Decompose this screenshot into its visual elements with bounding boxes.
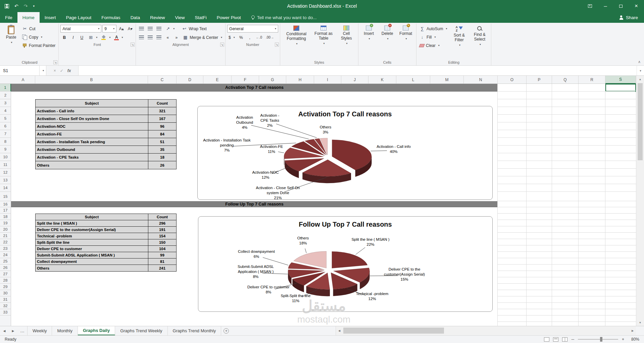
sheet-tab-monthly[interactable]: Monthly [52, 326, 78, 335]
cut-button[interactable]: ✂ Cut [21, 25, 57, 33]
row-header-31[interactable]: 31 [0, 296, 11, 303]
row-header-19[interactable]: 19 [0, 220, 11, 226]
vertical-scroll-thumb[interactable] [638, 83, 643, 160]
restore-button[interactable] [613, 0, 629, 12]
increase-font-size-button[interactable]: A▴ [117, 25, 125, 33]
fill-button[interactable]: ↓ Fill ▾ [418, 33, 448, 41]
row-header-30[interactable]: 30 [0, 290, 11, 296]
row-header-29[interactable]: 29 [0, 284, 11, 290]
column-header-p[interactable]: P [527, 76, 552, 83]
sheet-tab-graphs-trend-weekly[interactable]: Graphs Trend Weekly [115, 326, 167, 335]
clear-button[interactable]: Clear ▾ [418, 42, 448, 49]
underline-button[interactable]: U [78, 34, 86, 41]
scroll-left-icon[interactable]: ◀ [336, 329, 343, 332]
column-header-m[interactable]: M [430, 76, 464, 83]
font-dialog-launcher[interactable]: ↘ [131, 43, 135, 47]
row-header-5[interactable]: 5 [0, 115, 11, 122]
orientation-button[interactable]: ↗ ▾ [164, 25, 176, 33]
format-cells-button[interactable]: Format ▾ [397, 24, 414, 41]
number-format-combo[interactable]: General ▾ [227, 25, 278, 33]
number-dialog-launcher[interactable]: ↘ [275, 43, 279, 47]
horizontal-scroll-thumb[interactable] [343, 328, 444, 334]
scroll-down-icon[interactable]: ▼ [636, 319, 644, 326]
scroll-up-icon[interactable]: ▲ [636, 76, 644, 82]
column-header-c[interactable]: C [148, 76, 177, 83]
customize-qat-icon[interactable]: ▾ [33, 4, 35, 8]
ribbon-tab-data[interactable]: Data [126, 12, 145, 23]
paste-button[interactable]: Paste ▾ [2, 24, 20, 45]
column-header-o[interactable]: O [498, 76, 527, 83]
zoom-level[interactable]: 80% [628, 337, 639, 342]
table-cell-count[interactable]: 191 [148, 227, 176, 233]
accounting-format-button[interactable]: $ ▾ [227, 34, 236, 41]
table-cell-count[interactable]: 104 [148, 246, 176, 252]
row-header-25[interactable]: 25 [0, 258, 11, 265]
row-header-15[interactable]: 15 [0, 192, 11, 201]
row-header-7[interactable]: 7 [0, 130, 11, 138]
follow-up-pie-chart[interactable]: Follow Up Top 7 Call reasons Split the l… [198, 216, 493, 312]
column-header-a[interactable]: A [11, 76, 35, 83]
align-center-button[interactable] [146, 34, 154, 41]
sheet-tab-graphs-trend-monthly[interactable]: Graphs Trend Monthly [168, 326, 221, 335]
align-bottom-button[interactable] [155, 25, 163, 33]
table-cell-subject[interactable]: Technical -problem [36, 233, 148, 239]
save-icon[interactable] [5, 4, 9, 8]
row-header-33[interactable]: 33 [0, 309, 11, 316]
ribbon-tab-insert[interactable]: Insert [40, 12, 61, 23]
format-as-table-button[interactable]: Format as Table ▾ [312, 24, 335, 46]
table-cell-count[interactable]: 26 [148, 161, 176, 169]
font-color-button[interactable]: A ▾ [113, 34, 124, 41]
table-cell-subject[interactable]: Activation-FE [36, 130, 148, 138]
column-header-s[interactable]: S [605, 76, 636, 84]
page-break-view-icon[interactable] [562, 337, 567, 342]
sheet-tab-graphs-daily[interactable]: Graphs Daily [78, 326, 115, 335]
table-cell-subject[interactable]: Others [36, 161, 148, 169]
table-cell-count[interactable]: 51 [148, 138, 176, 146]
enter-formula-icon[interactable]: ✓ [60, 68, 63, 73]
column-header-n[interactable]: N [464, 76, 498, 83]
format-painter-button[interactable]: Format Painter [21, 42, 57, 49]
horizontal-scrollbar[interactable]: ◀ ▶ [336, 326, 636, 335]
zoom-slider-thumb[interactable] [600, 337, 602, 342]
new-sheet-button[interactable]: + [221, 326, 231, 335]
ribbon-tab-file[interactable]: File [0, 12, 17, 23]
share-button[interactable]: Share [619, 12, 644, 23]
column-header-e[interactable]: E [203, 76, 232, 83]
horizontal-scroll-track[interactable] [343, 326, 629, 335]
row-header-10[interactable]: 10 [0, 153, 11, 161]
column-header-h[interactable]: H [286, 76, 314, 83]
delete-cells-button[interactable]: Delete ▾ [379, 24, 396, 41]
wrap-text-button[interactable]: ↩ Wrap Text [180, 25, 208, 33]
column-header-l[interactable]: L [396, 76, 430, 83]
table-cell-count[interactable]: 241 [148, 265, 176, 271]
ribbon-tab-review[interactable]: Review [145, 12, 170, 23]
tell-me-box[interactable]: Tell me what you want to do... [251, 12, 317, 23]
table-cell-subject[interactable]: Deliver CPE to customer [36, 246, 148, 252]
column-header-g[interactable]: G [259, 76, 286, 83]
table-cell-count[interactable]: 321 [148, 107, 176, 115]
decrease-indent-button[interactable]: « [164, 34, 171, 41]
close-button[interactable]: × [629, 0, 644, 12]
autosum-button[interactable]: ∑ AutoSum ▾ [418, 25, 448, 33]
column-header-d[interactable]: D [177, 76, 203, 83]
align-right-button[interactable] [155, 34, 163, 41]
decrease-decimal-button[interactable]: .00→ [264, 34, 275, 41]
row-header-1[interactable]: 1 [0, 84, 11, 92]
row-header-18[interactable]: 18 [0, 214, 11, 220]
row-header-3[interactable]: 3 [0, 99, 11, 107]
table-cell-subject[interactable]: Split-Split the line [36, 239, 148, 246]
row-header-9[interactable]: 9 [0, 146, 11, 153]
insert-cells-button[interactable]: Insert ▾ [360, 24, 378, 41]
formula-input[interactable] [79, 66, 637, 75]
zoom-out-icon[interactable]: ─ [571, 337, 574, 342]
row-header-32[interactable]: 32 [0, 303, 11, 309]
align-middle-button[interactable] [146, 25, 154, 33]
activation-pie-chart[interactable]: Activation Top 7 Call reasons Activation… [197, 106, 493, 200]
column-header-f[interactable]: F [232, 76, 259, 83]
ribbon-tab-power-pivot[interactable]: Power Pivot [212, 12, 246, 23]
copy-button[interactable]: Copy ▾ [21, 33, 57, 41]
ribbon-tab-formulas[interactable]: Formulas [96, 12, 125, 23]
table-cell-count[interactable]: 296 [148, 220, 176, 227]
increase-indent-button[interactable]: » [172, 34, 180, 41]
table-cell-subject[interactable]: Submit-Submit ADSL Application ( MSAN ) [36, 252, 148, 259]
